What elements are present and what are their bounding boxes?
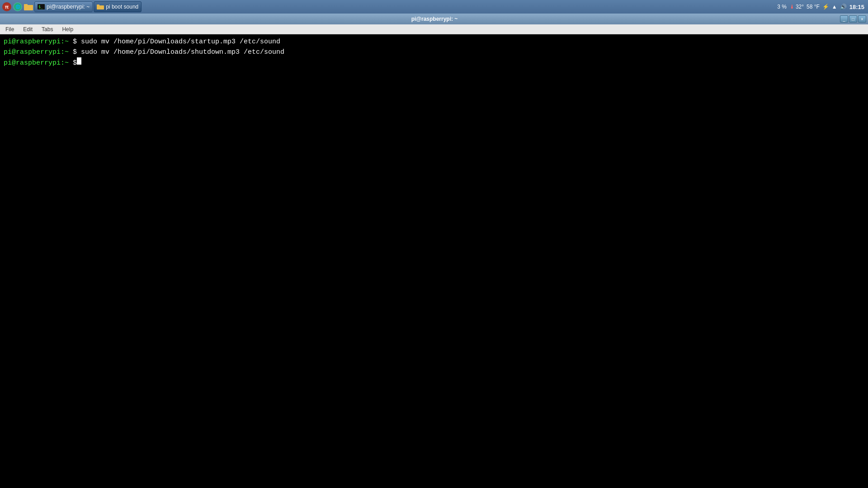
vol-symbol: 🔊 — [840, 4, 847, 10]
folder-tab-icon — [97, 3, 104, 10]
svg-rect-1 — [24, 4, 28, 6]
menu-file[interactable]: File — [2, 25, 18, 33]
prompt-dollar-3: $ — [69, 58, 77, 69]
cpu-usage-value: 3 % — [777, 4, 787, 10]
prompt-user-2: pi@raspberrypi:~ — [4, 47, 69, 58]
window-maximize-button[interactable]: □ — [849, 15, 857, 23]
terminal-line-1: pi@raspberrypi:~ $ sudo mv /home/pi/Down… — [4, 37, 864, 47]
terminal-line-2: pi@raspberrypi:~ $ sudo mv /home/pi/Down… — [4, 47, 864, 58]
window-titlebar: pi@raspberrypi: ~ _ □ × — [0, 14, 868, 24]
menu-tabs[interactable]: Tabs — [38, 25, 57, 33]
terminal-line-3: pi@raspberrypi:~ $ — [4, 57, 864, 69]
menu-help[interactable]: Help — [58, 25, 77, 33]
cpu-usage: 3 % — [777, 4, 787, 10]
taskbar-right: 3 % 🌡 32° 58 °F ⚡ ▲ 🔊 18:15 — [777, 4, 866, 10]
bluetooth-icon[interactable]: ⚡ — [822, 4, 829, 10]
terminal-tab-2[interactable]: pi boot sound — [94, 1, 142, 12]
browser-icon[interactable]: 🌐 — [13, 2, 23, 12]
prompt-user-1: pi@raspberrypi:~ — [4, 37, 69, 47]
menubar: File Edit Tabs Help — [0, 24, 868, 34]
command-1: sudo mv /home/pi/Downloads/startup.mp3 /… — [77, 37, 280, 47]
taskbar: π 🌐 $_ pi@raspberrypi: ~ — [0, 0, 868, 14]
weather: 58 °F — [807, 4, 820, 10]
terminal-tab2-label: pi boot sound — [106, 4, 138, 10]
filemanager-icon[interactable] — [24, 2, 33, 12]
prompt-user-3: pi@raspberrypi:~ — [4, 58, 69, 69]
terminal-tab1-icon: $_ — [38, 3, 45, 10]
svg-text:$_: $_ — [38, 5, 43, 9]
prompt-dollar-2: $ — [69, 47, 77, 58]
prompt-dollar-1: $ — [69, 37, 77, 47]
system-time: 18:15 — [849, 4, 864, 10]
volume-icon[interactable]: 🔊 — [840, 4, 847, 10]
cpu-temp: 🌡 32° — [789, 4, 804, 10]
terminal-tab-1[interactable]: $_ pi@raspberrypi: ~ — [34, 1, 93, 12]
temp-icon: 🌡 — [789, 4, 795, 10]
terminal-area[interactable]: pi@raspberrypi:~ $ sudo mv /home/pi/Down… — [0, 34, 868, 488]
wifi-symbol: ▲ — [832, 4, 837, 10]
window-controls: _ □ × — [840, 15, 866, 23]
taskbar-left: π 🌐 $_ pi@raspberrypi: ~ — [2, 1, 776, 12]
window-close-button[interactable]: × — [858, 15, 866, 23]
weather-value: 58 °F — [807, 4, 820, 10]
wifi-icon[interactable]: ▲ — [832, 4, 837, 10]
terminal-cursor — [77, 57, 81, 65]
cpu-temp-value: 32° — [796, 4, 804, 10]
bt-symbol: ⚡ — [822, 4, 829, 10]
window-title: pi@raspberrypi: ~ — [29, 16, 840, 22]
menu-edit[interactable]: Edit — [19, 25, 36, 33]
terminal-tab1-label: pi@raspberrypi: ~ — [47, 4, 90, 10]
raspberrypi-menu-icon[interactable]: π — [2, 2, 12, 12]
window-minimize-button[interactable]: _ — [840, 15, 848, 23]
svg-rect-5 — [97, 5, 99, 6]
command-2: sudo mv /home/pi/Downloads/shutdown.mp3 … — [77, 47, 284, 58]
